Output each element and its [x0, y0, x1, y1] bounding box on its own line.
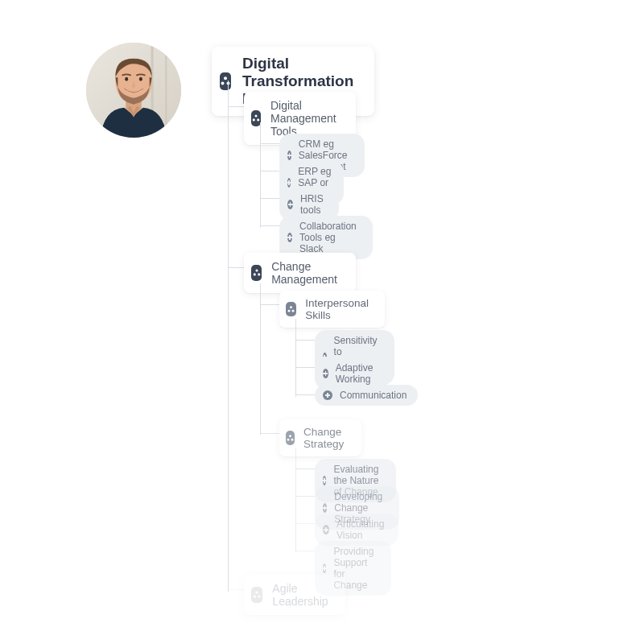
svg-point-17 [288, 309, 291, 312]
category-label: Digital Management Tools [270, 99, 343, 138]
plus-icon [323, 390, 332, 400]
svg-point-23 [254, 595, 256, 597]
svg-point-16 [290, 306, 292, 308]
svg-point-18 [292, 309, 295, 312]
svg-point-6 [139, 77, 142, 81]
category-label: Agile Leadership [272, 582, 332, 608]
plus-icon [287, 233, 292, 242]
category-label: Change Management [271, 260, 343, 286]
plus-icon [287, 178, 291, 188]
svg-point-5 [125, 77, 128, 81]
plus-icon [323, 503, 327, 513]
svg-point-10 [254, 114, 257, 117]
skill-label: HRIS tools [300, 193, 328, 216]
cluster-icon [251, 265, 262, 281]
avatar [86, 43, 181, 138]
category-agile-leadership[interactable]: Agile Leadership [244, 575, 345, 615]
cluster-icon [286, 302, 296, 316]
svg-point-7 [224, 76, 227, 80]
plus-icon [323, 525, 329, 535]
plus-icon [287, 151, 291, 160]
svg-point-8 [221, 82, 225, 85]
subcategory-label: Interpersonal Skills [305, 297, 373, 321]
svg-point-19 [289, 435, 291, 437]
plus-icon [287, 200, 293, 209]
skill-label: Collaboration Tools eg Slack [299, 221, 361, 254]
skill-label: Communication [340, 390, 407, 401]
skill-label: Articulating Vision [336, 518, 387, 541]
svg-point-14 [253, 273, 255, 275]
plus-icon [323, 369, 328, 378]
plus-icon [323, 476, 326, 485]
cluster-icon [286, 431, 295, 445]
svg-point-15 [258, 273, 260, 275]
svg-point-21 [291, 438, 294, 440]
cluster-icon [251, 587, 262, 603]
svg-point-20 [287, 438, 290, 440]
plus-icon [323, 564, 326, 573]
svg-point-22 [256, 591, 258, 593]
svg-point-12 [257, 118, 259, 121]
subcategory-label: Change Strategy [303, 426, 349, 450]
svg-point-11 [253, 118, 255, 121]
svg-rect-2 [165, 43, 167, 138]
svg-point-13 [255, 269, 258, 271]
role-icon [220, 72, 231, 90]
skill-communication[interactable]: Communication [315, 385, 418, 406]
svg-point-24 [258, 595, 260, 597]
skill-label: Adaptive Working [336, 362, 378, 385]
subcategory-change-strategy[interactable]: Change Strategy [279, 419, 361, 456]
